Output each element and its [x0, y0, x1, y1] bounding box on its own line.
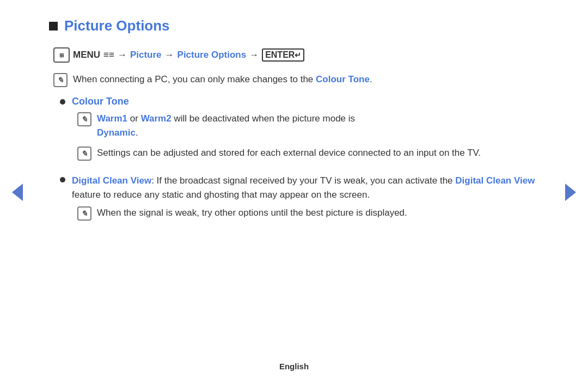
dcv-notes: ✎ When the signal is weak, try other opt… — [77, 206, 539, 221]
bullet-content-1: Colour Tone ✎ Warm1 or Warm2 will be dea… — [72, 96, 539, 167]
note-icon-settings: ✎ — [77, 147, 91, 161]
menu-icon: ⊞ — [53, 47, 70, 63]
note-icon-dcv: ✎ — [77, 206, 91, 221]
settings-note: ✎ Settings can be adjusted and stored fo… — [77, 146, 539, 161]
menu-picture: Picture — [130, 50, 162, 60]
warm-note: ✎ Warm1 or Warm2 will be deactivated whe… — [77, 112, 539, 139]
settings-note-text: Settings can be adjusted and stored for … — [97, 146, 481, 160]
warm-note-text: Warm1 or Warm2 will be deactivated when … — [97, 112, 355, 139]
menu-label: MENU — [73, 50, 100, 60]
left-arrow-icon — [12, 184, 23, 201]
colour-tone-title: Colour Tone — [72, 96, 129, 107]
warm-after: will be deactivated when the picture mod… — [171, 113, 355, 124]
pc-note-text: When connecting a PC, you can only make … — [73, 72, 372, 87]
colour-tone-notes: ✎ Warm1 or Warm2 will be deactivated whe… — [77, 112, 539, 161]
dcv-main-text: Digital Clean View: If the broadcast sig… — [72, 175, 535, 200]
pc-note-before: When connecting a PC, you can only make … — [73, 74, 316, 84]
footer-language: English — [279, 362, 309, 371]
pc-note-after: . — [370, 74, 372, 84]
dcv-sub-note: ✎ When the signal is weak, try other opt… — [77, 206, 539, 221]
bullet-dot-2 — [60, 177, 65, 182]
menu-picture-options: Picture Options — [177, 50, 247, 60]
menu-bars: ≡≡ — [103, 50, 114, 60]
next-arrow[interactable] — [562, 184, 579, 201]
enter-label: ENTER — [265, 50, 295, 60]
arrow2: → — [165, 50, 174, 60]
note-icon-pc: ✎ — [53, 73, 68, 87]
dcv-link: Digital Clean View — [455, 175, 535, 186]
arrow1: → — [118, 50, 127, 60]
warm2-text: Warm2 — [141, 113, 171, 124]
dcv-sub-note-text: When the signal is weak, try other optio… — [97, 206, 407, 220]
prev-arrow[interactable] — [9, 184, 26, 201]
bullet-content-2: Digital Clean View: If the broadcast sig… — [72, 174, 539, 227]
dynamic-suffix: . — [136, 127, 138, 138]
warm-or: or — [127, 113, 141, 124]
arrow3: → — [249, 50, 259, 60]
pc-note: ✎ When connecting a PC, you can only mak… — [53, 72, 539, 87]
menu-path: ⊞ MENU ≡≡ → Picture → Picture Options → … — [53, 47, 539, 63]
title-square-icon — [49, 22, 58, 31]
bullet-colour-tone: Colour Tone ✎ Warm1 or Warm2 will be dea… — [60, 96, 539, 167]
dcv-text1: If the broadcast signal received by your… — [154, 175, 455, 186]
bullet-list: Colour Tone ✎ Warm1 or Warm2 will be dea… — [60, 96, 539, 227]
right-arrow-icon — [565, 184, 576, 201]
footer: English — [0, 362, 588, 371]
enter-icon: ENTER↵ — [262, 48, 304, 62]
dcv-title: Digital Clean View — [72, 175, 151, 186]
pc-note-link: Colour Tone — [316, 74, 370, 84]
page-container: Picture Options ⊞ MENU ≡≡ → Picture → Pi… — [0, 0, 588, 384]
page-title: Picture Options — [64, 17, 170, 34]
dynamic-text: Dynamic — [97, 127, 136, 138]
bullet-dot-1 — [60, 99, 65, 105]
page-title-section: Picture Options — [49, 17, 539, 34]
dcv-text2: feature to reduce any static and ghostin… — [72, 190, 370, 200]
note-icon-warm: ✎ — [77, 112, 91, 126]
warm1-text: Warm1 — [97, 113, 127, 124]
bullet-digital-clean-view: Digital Clean View: If the broadcast sig… — [60, 174, 539, 227]
